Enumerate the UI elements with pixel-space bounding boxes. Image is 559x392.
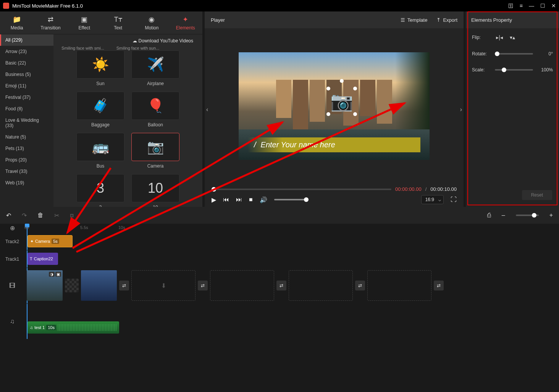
element-item-balloon[interactable]: 🎈Balloon	[131, 92, 179, 127]
flip-horizontal-button[interactable]: ▸|◂	[495, 34, 504, 40]
volume-icon[interactable]: 🔊	[260, 196, 267, 203]
empty-slot[interactable]: ⬇	[131, 270, 195, 301]
transition-icon[interactable]: ⇄	[434, 281, 444, 290]
category-item[interactable]: All (229)	[0, 34, 53, 46]
category-item[interactable]: Emoji (11)	[0, 80, 53, 92]
titlebar: MiniTool MovieMaker Free 6.1.0 ⚿ ≡ — ☐ ✕	[0, 0, 559, 11]
zoom-out-button[interactable]: –	[502, 212, 505, 219]
camera-element-overlay[interactable]: 📷	[330, 90, 353, 112]
prev-button[interactable]: ⏮	[223, 196, 229, 203]
play-button[interactable]: ▶	[212, 196, 216, 203]
transition-icon[interactable]: ⇄	[276, 281, 286, 290]
zoom-slider[interactable]	[516, 215, 539, 216]
export-button[interactable]: ⤒Export	[436, 17, 457, 23]
element-item-camera[interactable]: 📷Camera	[131, 133, 179, 169]
category-item[interactable]: Food (8)	[0, 103, 53, 115]
empty-slot[interactable]	[210, 270, 274, 301]
scale-slider[interactable]	[495, 69, 533, 71]
music-icon: ♫	[30, 325, 33, 330]
rotate-slider[interactable]	[495, 53, 533, 55]
fullscreen-button[interactable]: ⛶	[451, 196, 457, 203]
video-clip-2[interactable]	[81, 270, 117, 301]
tab-elements[interactable]: ✦Elements	[169, 11, 202, 34]
category-item[interactable]: Nature (5)	[0, 131, 53, 143]
scale-label: Scale:	[472, 67, 491, 73]
add-track-button[interactable]: ⊕	[0, 224, 24, 233]
close-button[interactable]: ✕	[551, 3, 556, 9]
next-button[interactable]: ⏭	[236, 196, 242, 203]
track-2[interactable]: ✦ Camera 5s	[24, 233, 559, 250]
download-youtube-button[interactable]: Download YouTube Videos	[129, 36, 197, 46]
transition-icon[interactable]: ⇄	[119, 281, 129, 290]
template-button[interactable]: ☰Template	[401, 17, 428, 23]
element-item-3[interactable]: 33	[76, 174, 124, 207]
transition-icon[interactable]: ⇄	[355, 281, 365, 290]
clip-camera[interactable]: ✦ Camera 5s	[27, 235, 73, 247]
element-item-sun[interactable]: ☀️Sun	[76, 50, 124, 86]
category-item[interactable]: Arrow (23)	[0, 46, 53, 57]
category-item[interactable]: Travel (33)	[0, 166, 53, 177]
stop-button[interactable]: ■	[249, 196, 253, 203]
aspect-ratio-select[interactable]: 16:9	[421, 195, 444, 204]
menu-icon[interactable]: ≡	[520, 3, 523, 9]
timeline-ruler[interactable]: 0s 5.5s 10s	[24, 224, 559, 233]
category-item[interactable]: Pets (13)	[0, 143, 53, 154]
maximize-button[interactable]: ☐	[540, 3, 545, 9]
element-item-10[interactable]: 1010	[131, 174, 179, 207]
track-1[interactable]: T Caption22	[24, 250, 559, 268]
audio-track[interactable]: ♫ test 1 10s	[24, 304, 559, 321]
category-item[interactable]: Basic (22)	[0, 57, 53, 69]
audio-track-icon: ♫	[0, 304, 24, 339]
flip-vertical-button[interactable]: ▾▴	[508, 34, 517, 40]
clip-caption[interactable]: T Caption22	[27, 253, 58, 265]
properties-panel: Elements Property Flip: ▸|◂ ▾▴ Rotate: 0…	[466, 11, 559, 207]
category-list[interactable]: All (229)Arrow (23)Basic (22)Business (5…	[0, 34, 53, 207]
tab-effect[interactable]: ▣Effect	[68, 11, 101, 34]
element-thumb: 📷	[131, 133, 179, 161]
category-item[interactable]: Love & Wedding (33)	[0, 115, 53, 131]
redo-button[interactable]: ↷	[22, 212, 27, 219]
tab-text[interactable]: TᴛText	[101, 11, 135, 34]
element-thumb: 10	[131, 174, 179, 202]
elements-icon: ✦	[183, 15, 188, 24]
timecode-total: 00:00:10.00	[430, 186, 457, 192]
element-thumb: ☀️	[76, 50, 124, 79]
crop-button[interactable]: ⧈	[70, 212, 74, 219]
key-icon[interactable]: ⚿	[508, 3, 514, 9]
volume-slider[interactable]	[274, 199, 309, 200]
split-button[interactable]: ✂	[54, 212, 59, 219]
category-item[interactable]: Props (20)	[0, 154, 53, 166]
audio-clip[interactable]: ♫ test 1 10s	[27, 321, 119, 334]
caption-overlay[interactable]: /Enter Your name here	[248, 137, 420, 152]
transition-icon[interactable]: ⇄	[198, 281, 208, 290]
element-item-baggage[interactable]: 🧳Baggage	[76, 92, 124, 127]
category-item[interactable]: Web (19)	[0, 177, 53, 189]
delete-button[interactable]: 🗑	[37, 212, 44, 219]
prev-frame-button[interactable]: ‹	[206, 106, 208, 113]
minimize-button[interactable]: —	[529, 3, 534, 9]
text-icon: T	[30, 256, 32, 261]
video-track[interactable]: ◑▣ ⇄ ⬇ ⇄ ⇄ ⇄ ⇄	[24, 268, 559, 304]
empty-slot[interactable]	[367, 270, 431, 301]
tab-transition[interactable]: ⇄Transition	[34, 11, 67, 34]
video-clip-1[interactable]: ◑▣	[27, 270, 63, 301]
tab-media[interactable]: 📁Media	[0, 11, 34, 34]
video-preview[interactable]: 📷 /Enter Your name here	[239, 52, 430, 160]
element-thumb: 🧳	[76, 92, 124, 120]
flip-label: Flip:	[472, 35, 491, 40]
timeline: ↶ ↷ 🗑 ✂ ⧈ ⎙ – + ⊕ Track2 Track1 🎞 ♫ 0s 5…	[0, 207, 559, 339]
fit-button[interactable]: ⎙	[487, 212, 491, 219]
seek-bar[interactable]	[212, 189, 391, 190]
empty-slot[interactable]	[289, 270, 353, 301]
category-item[interactable]: Business (5)	[0, 69, 53, 80]
reset-button[interactable]: Reset	[522, 190, 552, 200]
transition-icon: ⇄	[48, 15, 53, 24]
category-item[interactable]: Festival (37)	[0, 92, 53, 103]
element-item-airplane[interactable]: ✈️Airplane	[131, 50, 179, 86]
next-frame-button[interactable]: ›	[460, 106, 462, 113]
element-item-bus[interactable]: 🚌Bus	[76, 133, 124, 169]
zoom-in-button[interactable]: +	[549, 212, 553, 219]
tab-motion[interactable]: ◉Motion	[135, 11, 168, 34]
transition-placeholder[interactable]	[65, 279, 79, 292]
undo-button[interactable]: ↶	[6, 212, 11, 219]
